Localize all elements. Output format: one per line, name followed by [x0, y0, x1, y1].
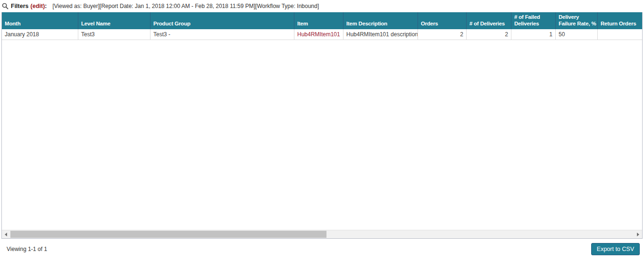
column-header-item[interactable]: Item	[294, 12, 343, 29]
filter-summary: [Viewed as: Buyer][Report Date: Jan 1, 2…	[52, 3, 319, 9]
scrollbar-thumb[interactable]	[10, 231, 326, 238]
export-to-csv-button[interactable]: Export to CSV	[591, 243, 640, 255]
viewing-status: Viewing 1-1 of 1	[7, 246, 47, 252]
column-header-product-group[interactable]: Product Group	[151, 12, 294, 29]
column-header-month[interactable]: Month	[2, 12, 78, 29]
scroll-left-button[interactable]	[2, 230, 10, 238]
results-grid: Month Level Name Product Group Item Item…	[1, 12, 643, 239]
column-header-num-failed-deliveries[interactable]: # of Failed Deliveries	[511, 12, 556, 29]
horizontal-scrollbar[interactable]	[2, 230, 642, 238]
cell-product-group: Test3 -	[151, 29, 294, 40]
cell-item-description: Hub4RMItem101 description	[343, 29, 418, 40]
column-header-num-deliveries[interactable]: # of Deliveries	[467, 12, 511, 29]
column-header-delivery-failure-rate[interactable]: Delivery Failure Rate, %	[556, 12, 598, 29]
grid-header-row: Month Level Name Product Group Item Item…	[2, 12, 642, 29]
search-icon	[2, 3, 8, 9]
column-header-level-name[interactable]: Level Name	[78, 12, 151, 29]
column-header-return-orders[interactable]: Return Orders	[598, 12, 642, 29]
filters-label: Filters	[11, 3, 29, 9]
footer-bar: Viewing 1-1 of 1 Export to CSV	[0, 239, 644, 259]
cell-num-failed-deliveries: 1	[511, 29, 556, 40]
scroll-right-icon	[637, 233, 639, 236]
item-link[interactable]: Hub4RMItem101	[297, 31, 340, 38]
cell-level-name: Test3	[78, 29, 151, 40]
cell-return-orders	[598, 29, 642, 40]
report-page: Filters (edit) : [Viewed as: Buyer][Repo…	[0, 0, 644, 259]
scroll-right-button[interactable]	[634, 230, 642, 238]
scroll-left-icon	[5, 233, 7, 236]
cell-month: January 2018	[2, 29, 78, 40]
cell-delivery-failure-rate: 50	[556, 29, 598, 40]
grid-empty-body	[2, 40, 642, 230]
filters-edit-link[interactable]: (edit)	[31, 3, 45, 9]
filters-bar: Filters (edit) : [Viewed as: Buyer][Repo…	[0, 0, 644, 12]
cell-orders: 2	[418, 29, 467, 40]
cell-item: Hub4RMItem101	[294, 29, 343, 40]
table-row: January 2018 Test3 Test3 - Hub4RMItem101…	[2, 29, 642, 40]
filters-colon: :	[45, 3, 47, 9]
column-header-orders[interactable]: Orders	[418, 12, 467, 29]
cell-num-deliveries: 2	[467, 29, 511, 40]
column-header-item-description[interactable]: Item Description	[343, 12, 418, 29]
